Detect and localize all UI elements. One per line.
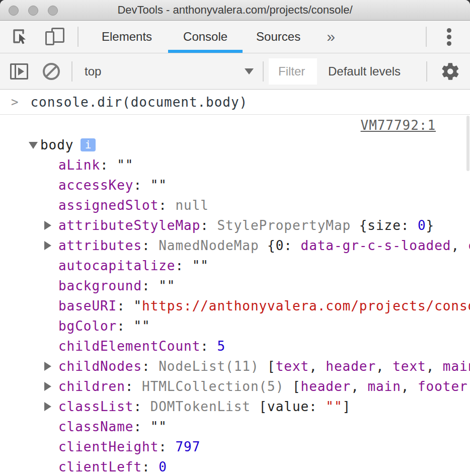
device-toolbar-icon[interactable] (45, 28, 65, 46)
token-punct: [value: (259, 399, 326, 414)
token-punct: , (426, 359, 443, 374)
inspect-element-icon[interactable] (12, 28, 29, 45)
expand-arrow-icon[interactable] (44, 362, 51, 371)
tab-sources[interactable]: Sources (241, 21, 316, 53)
token-punct: "" (117, 157, 133, 173)
token-punct: "" (150, 178, 167, 193)
console-command-echo[interactable]: > console.dir(document.body) (0, 90, 470, 115)
token-punct: "" (133, 319, 150, 334)
token-punct: : (117, 319, 133, 334)
token-name: clientLeft (58, 459, 142, 474)
token-punct: : (100, 157, 117, 173)
expand-arrow-icon[interactable] (44, 382, 51, 391)
token-punct: : " (117, 298, 142, 313)
token-name: clientHeight (58, 439, 159, 454)
token-name: text (393, 359, 426, 374)
token-name: header (326, 359, 376, 374)
console-toolbar: top Filter Default levels (0, 53, 470, 90)
tab-console[interactable]: Console (168, 21, 243, 53)
token-num: 797 (175, 439, 200, 454)
prompt-chevron-icon: > (11, 95, 18, 109)
tab-elements[interactable]: Elements (87, 21, 167, 53)
token-gray: NamedNodeMap (159, 238, 267, 253)
devtools-tab-bar: Elements Console Sources » (0, 21, 470, 53)
token-num: 0 (418, 218, 426, 233)
token-gray: null (175, 198, 208, 213)
token-punct: : (159, 198, 175, 213)
token-punct: : (133, 399, 150, 414)
console-command-text: console.dir(document.body) (30, 95, 248, 110)
log-levels-dropdown[interactable]: Default levels (328, 64, 401, 78)
console-settings-gear-icon[interactable] (440, 61, 460, 82)
collapse-arrow-icon[interactable] (29, 142, 38, 149)
property-row[interactable]: children: HTMLCollection(5) [header, mai… (0, 376, 470, 396)
token-gray: DOMTokenList (150, 399, 259, 414)
info-badge-icon[interactable]: i (81, 138, 96, 151)
token-punct: : (142, 459, 159, 474)
token-name: attributeStyleMap (58, 218, 200, 233)
token-punct: "" (192, 258, 209, 273)
token-punct: , (376, 359, 393, 374)
token-name: attributes (58, 238, 142, 253)
window-title: DevTools - anthonyvalera.com/projects/co… (0, 0, 470, 20)
token-punct: {0: (267, 238, 300, 253)
expand-arrow-icon[interactable] (44, 221, 51, 230)
property-row[interactable]: attributeStyleMap: StylePropertyMap {siz… (0, 215, 470, 235)
token-name: class (468, 238, 470, 253)
token-gray: NodeList(11) (159, 359, 267, 374)
property-row[interactable]: childNodes: NodeList(11) [text, header, … (0, 356, 470, 376)
token-punct: , (351, 379, 367, 394)
property-row: clientLeft: 0 (0, 457, 470, 476)
property-row: childElementCount: 5 (0, 336, 470, 356)
expand-arrow-icon[interactable] (44, 241, 51, 250)
token-str: "" (326, 399, 342, 414)
property-row: assignedSlot: null (0, 195, 470, 215)
token-punct: : (159, 439, 175, 454)
token-punct: , (468, 379, 470, 394)
source-location-link[interactable]: VM77792:1 (361, 118, 436, 133)
token-punct: , (401, 379, 418, 394)
property-row[interactable]: attributes: NamedNodeMap {0: data-gr-c-s… (0, 235, 470, 256)
chevron-down-icon (245, 68, 254, 74)
token-punct: : (142, 278, 159, 293)
token-punct: } (426, 218, 435, 233)
execution-context-selector[interactable]: top (85, 64, 254, 78)
clear-console-icon[interactable] (43, 63, 60, 80)
token-name: childNodes (58, 359, 142, 374)
token-name: data-gr-c-s-loaded (301, 238, 451, 253)
token-punct: [ (267, 359, 276, 374)
property-row[interactable]: classList: DOMTokenList [value: ""] (0, 396, 470, 417)
token-name: header (301, 379, 351, 394)
token-name: accessKey (58, 178, 133, 193)
token-punct: : (125, 379, 142, 394)
object-root-row[interactable]: bodyi (0, 135, 470, 155)
toolbar-divider (426, 27, 427, 47)
token-num: 5 (217, 339, 225, 354)
more-tabs-chevron-icon[interactable]: » (327, 28, 335, 45)
message-source-row: VM77792:1 (0, 115, 470, 135)
token-punct: [ (292, 379, 301, 394)
token-gray: StylePropertyMap (217, 218, 359, 233)
phone-shape-icon (45, 31, 54, 45)
token-name: childElementCount (58, 339, 200, 354)
title-bar: DevTools - anthonyvalera.com/projects/co… (0, 0, 470, 21)
token-name: bgColor (58, 319, 117, 334)
context-selector-value: top (85, 64, 101, 78)
token-punct: : (142, 359, 159, 374)
main-menu-kebab-icon[interactable] (447, 26, 452, 48)
token-num: 0 (159, 459, 167, 474)
token-name: background (58, 278, 142, 293)
console-output: VM77792:1 bodyi aLink: ""accessKey: ""as… (0, 115, 470, 476)
token-name: footer (418, 379, 468, 394)
property-row: baseURI: "https://anthonyvalera.com/proj… (0, 296, 470, 316)
token-str: https://anthonyvalera.com/projects/conso… (142, 298, 470, 313)
toolbar-divider (263, 61, 264, 82)
expand-arrow-icon[interactable] (44, 402, 51, 411)
console-sidebar-toggle-icon[interactable] (10, 63, 28, 80)
property-list: aLink: ""accessKey: ""assignedSlot: null… (0, 155, 470, 476)
token-punct: "" (159, 278, 175, 293)
token-punct: : (142, 238, 159, 253)
token-punct: ] (343, 399, 351, 414)
console-filter-input[interactable]: Filter (269, 58, 317, 85)
token-name: children (58, 379, 125, 394)
